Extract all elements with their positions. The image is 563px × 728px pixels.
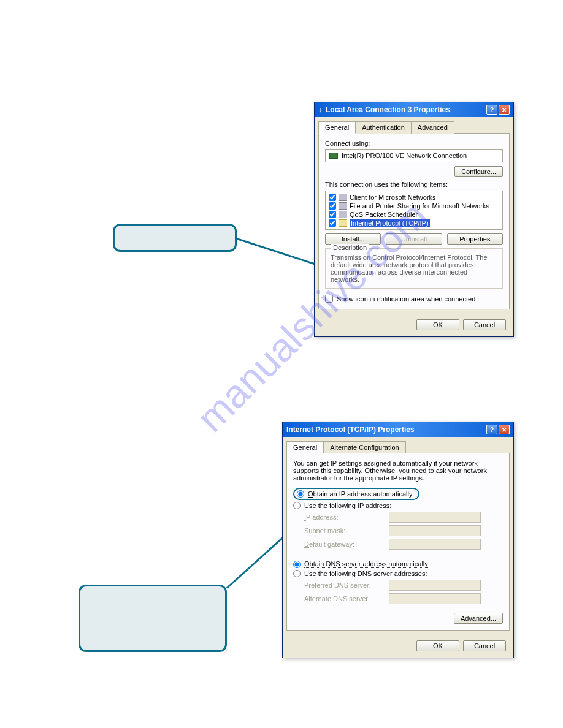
properties-button[interactable]: Properties xyxy=(447,233,503,245)
advanced-button[interactable]: Advanced... xyxy=(454,613,503,624)
ok-button[interactable]: OK xyxy=(416,640,459,651)
use-dns-radio[interactable] xyxy=(293,570,301,577)
share-icon xyxy=(339,202,347,210)
uninstall-button: Uninstall xyxy=(386,233,442,245)
notify-icon-checkbox[interactable] xyxy=(325,295,333,303)
tab-advanced[interactable]: Advanced xyxy=(411,121,454,134)
install-button[interactable]: Install... xyxy=(325,233,381,245)
item-checkbox[interactable] xyxy=(329,219,336,227)
default-gateway-input xyxy=(389,539,481,550)
ip-address-label: IP address: xyxy=(304,514,384,521)
items-label: This connection uses the following items… xyxy=(325,181,503,188)
list-item[interactable]: Client for Microsoft Networks xyxy=(327,193,500,202)
callout-box-1 xyxy=(113,224,237,252)
titlebar[interactable]: Internet Protocol (TCP/IP) Properties ? … xyxy=(283,422,513,437)
tab-strip: General Authentication Advanced xyxy=(315,117,513,133)
connect-using-label: Connect using: xyxy=(325,140,503,147)
configure-button[interactable]: Configure... xyxy=(454,166,503,177)
item-label-selected: Internet Protocol (TCP/IP) xyxy=(350,219,430,227)
subnet-mask-label: Subnet mask: xyxy=(304,527,384,534)
obtain-ip-auto-label: Obtain an IP address automatically xyxy=(308,490,412,498)
client-icon xyxy=(339,194,347,201)
notify-icon-label: Show icon in notification area when conn… xyxy=(337,295,475,303)
tab-general[interactable]: General xyxy=(318,121,356,134)
list-item[interactable]: Internet Protocol (TCP/IP) xyxy=(327,219,500,227)
titlebar[interactable]: ↓ Local Area Connection 3 Properties ? ✕ xyxy=(315,102,513,117)
close-button[interactable]: ✕ xyxy=(499,105,510,115)
connection-items-list[interactable]: Client for Microsoft Networks File and P… xyxy=(325,191,503,230)
callout-box-2 xyxy=(79,585,227,652)
alternate-dns-input xyxy=(389,593,481,604)
tcpip-icon xyxy=(339,219,347,227)
subnet-mask-input xyxy=(389,525,481,536)
window-title: Local Area Connection 3 Properties xyxy=(326,105,450,114)
adapter-box: Intel(R) PRO/100 VE Network Connection xyxy=(325,149,503,162)
cancel-button[interactable]: Cancel xyxy=(463,640,506,651)
tab-authentication[interactable]: Authentication xyxy=(355,121,412,134)
intro-text: You can get IP settings assigned automat… xyxy=(293,460,503,482)
description-legend: Description xyxy=(331,244,369,251)
use-dns-label: Use the following DNS server addresses: xyxy=(304,570,427,577)
default-gateway-label: Default gateway: xyxy=(304,540,384,548)
tab-alternate-configuration[interactable]: Alternate Configuration xyxy=(323,441,406,453)
item-checkbox[interactable] xyxy=(329,202,336,210)
item-checkbox[interactable] xyxy=(329,211,336,218)
obtain-dns-auto-label: Obtain DNS server address automatically xyxy=(304,560,428,568)
ok-button[interactable]: OK xyxy=(416,319,459,330)
obtain-ip-auto-radio[interactable] xyxy=(297,490,304,498)
list-item[interactable]: File and Printer Sharing for Microsoft N… xyxy=(327,202,500,210)
alternate-dns-label: Alternate DNS server: xyxy=(304,595,384,602)
item-label: File and Printer Sharing for Microsoft N… xyxy=(350,202,489,210)
item-label: QoS Packet Scheduler xyxy=(350,211,418,218)
list-item[interactable]: QoS Packet Scheduler xyxy=(327,210,500,219)
qos-icon xyxy=(339,211,347,218)
lac-properties-dialog: ↓ Local Area Connection 3 Properties ? ✕… xyxy=(314,102,514,337)
tab-general[interactable]: General xyxy=(286,441,324,453)
description-text: Transmission Control Protocol/Internet P… xyxy=(331,254,488,283)
adapter-name: Intel(R) PRO/100 VE Network Connection xyxy=(342,152,467,159)
ip-address-input xyxy=(389,512,481,523)
item-label: Client for Microsoft Networks xyxy=(350,194,436,201)
use-ip-label: Use the following IP address: xyxy=(304,502,391,509)
preferred-dns-input xyxy=(389,580,481,591)
close-button[interactable]: ✕ xyxy=(499,425,510,434)
nic-icon xyxy=(329,153,338,159)
obtain-dns-auto-radio[interactable] xyxy=(293,561,301,568)
help-button[interactable]: ? xyxy=(486,425,497,434)
cancel-button[interactable]: Cancel xyxy=(463,319,506,330)
connection-icon: ↓ xyxy=(318,105,322,114)
use-ip-radio[interactable] xyxy=(293,502,301,509)
tab-strip: General Alternate Configuration xyxy=(283,437,513,453)
window-title: Internet Protocol (TCP/IP) Properties xyxy=(286,425,415,434)
help-button[interactable]: ? xyxy=(486,105,497,115)
tcpip-properties-dialog: Internet Protocol (TCP/IP) Properties ? … xyxy=(282,422,514,658)
description-groupbox: Description Transmission Control Protoco… xyxy=(325,248,503,289)
preferred-dns-label: Preferred DNS server: xyxy=(304,582,384,589)
auto-ip-highlight: Obtain an IP address automatically xyxy=(293,488,419,500)
item-checkbox[interactable] xyxy=(329,194,336,201)
tab-content: Connect using: Intel(R) PRO/100 VE Netwo… xyxy=(318,133,510,309)
tab-content: You can get IP settings assigned automat… xyxy=(286,453,510,631)
